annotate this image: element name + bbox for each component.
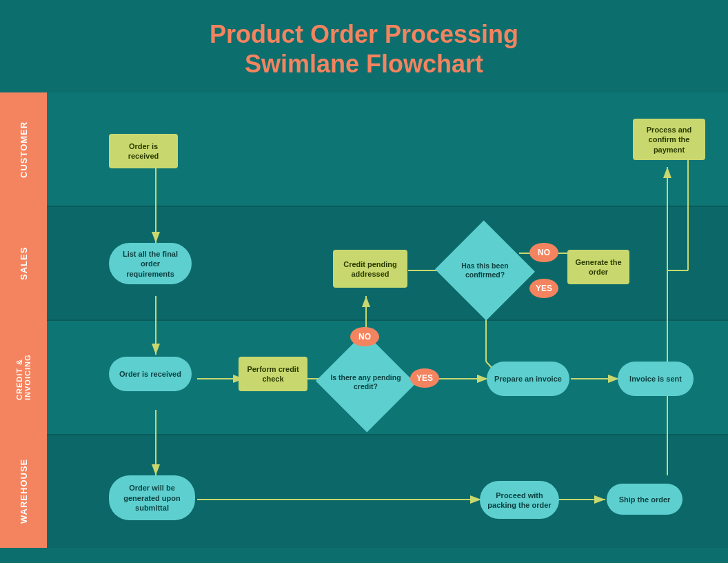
generate-order: Generate the order bbox=[567, 250, 629, 284]
invoice-sent: Invoice is sent bbox=[618, 362, 694, 396]
pending-credit-diamond: Is there any pending credit? bbox=[330, 348, 402, 417]
order-generated-warehouse: Order will be generated upon submittal bbox=[109, 475, 195, 520]
lane-label-warehouse: WAREHOUSE bbox=[0, 434, 47, 548]
lane-label-customer: CUSTOMER bbox=[0, 92, 47, 206]
order-received-customer: Order is received bbox=[109, 134, 178, 168]
chart-title: Product Order Processing Swimlane Flowch… bbox=[0, 19, 728, 79]
process-confirm-payment: Process and confirm the payment bbox=[633, 119, 705, 160]
header: Product Order Processing Swimlane Flowch… bbox=[0, 0, 728, 92]
lane-labels: CUSTOMER SALES CREDIT &INVOICING WAREHOU… bbox=[0, 92, 47, 548]
proceed-packing: Proceed with packing the order bbox=[480, 481, 559, 519]
has-confirmed-diamond: Has this been confirmed? bbox=[449, 236, 521, 305]
flowchart-container: CUSTOMER SALES CREDIT &INVOICING WAREHOU… bbox=[0, 92, 728, 548]
perform-credit-check: Perform credit check bbox=[239, 357, 307, 391]
credit-pending-addressed: Credit pending addressed bbox=[333, 250, 407, 288]
prepare-invoice: Prepare an invoice bbox=[487, 362, 569, 396]
lanes-area: Order is received Process and confirm th… bbox=[47, 92, 728, 548]
lane-label-sales: SALES bbox=[0, 206, 47, 320]
lane-label-credit: CREDIT &INVOICING bbox=[0, 320, 47, 434]
order-received-credit: Order is received bbox=[109, 357, 192, 391]
list-requirements: List all the final order requirements bbox=[109, 243, 192, 284]
ship-order: Ship the order bbox=[607, 484, 682, 515]
